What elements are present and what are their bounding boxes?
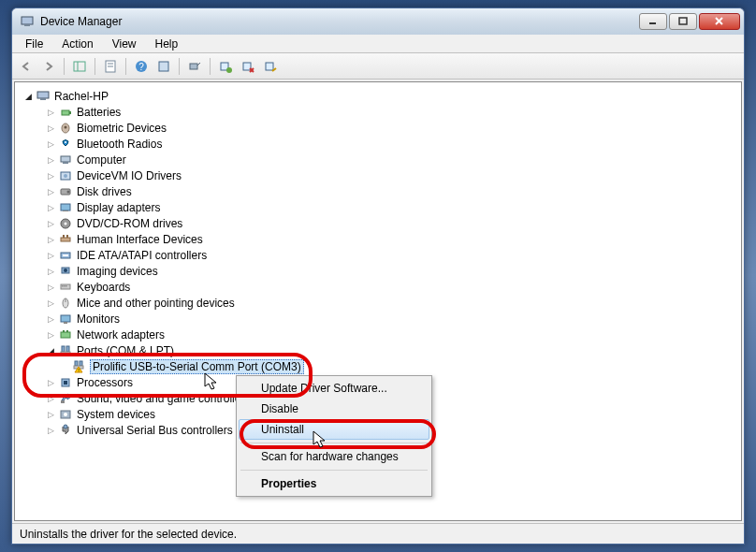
minimize-button[interactable]	[639, 13, 667, 30]
uninstall-button[interactable]	[238, 56, 258, 77]
expander-icon[interactable]: ▷	[45, 186, 56, 197]
scan-button[interactable]	[184, 56, 205, 77]
category-item[interactable]: ▷Computer	[19, 152, 737, 167]
category-item[interactable]: ▷Monitors	[19, 311, 737, 327]
update-driver-button[interactable]	[215, 56, 236, 77]
expander-icon[interactable]: ▷	[45, 409, 56, 420]
port-icon	[58, 343, 73, 358]
ctx-separator	[240, 470, 428, 471]
svg-rect-28	[61, 156, 70, 162]
svg-rect-0	[22, 17, 33, 24]
root-node[interactable]: ◢ Rachel-HP	[19, 88, 737, 104]
category-label: Bluetooth Radios	[77, 138, 162, 151]
expander-icon[interactable]: ▷	[45, 107, 56, 118]
category-ports[interactable]: ◢ Ports (COM & LPT)	[19, 342, 737, 358]
action-button[interactable]	[153, 56, 174, 77]
svg-rect-40	[66, 235, 68, 238]
computer-icon	[36, 89, 51, 104]
category-item[interactable]: ▷Human Interface Devices	[19, 231, 737, 247]
device-category-icon	[58, 423, 73, 438]
ctx-uninstall[interactable]: Uninstall	[239, 419, 429, 440]
expander-icon[interactable]: ▷	[45, 218, 56, 229]
device-category-icon	[58, 216, 73, 231]
menu-action[interactable]: Action	[52, 36, 102, 52]
category-label: Monitors	[77, 312, 120, 326]
port-warning-icon: !	[71, 359, 86, 374]
category-label: Mice and other pointing devices	[77, 297, 235, 310]
svg-rect-20	[266, 63, 273, 70]
svg-rect-60	[80, 361, 82, 366]
svg-rect-24	[69, 111, 71, 114]
ctx-disable[interactable]: Disable	[239, 399, 429, 419]
category-item[interactable]: ▷Disk drives	[19, 183, 737, 199]
show-hide-tree-button[interactable]	[69, 56, 90, 77]
expander-icon[interactable]: ▷	[45, 202, 56, 213]
ctx-update-driver[interactable]: Update Driver Software...	[239, 378, 429, 399]
svg-rect-53	[61, 332, 70, 338]
category-item[interactable]: ▷DVD/CD-ROM drives	[19, 215, 737, 231]
expander-icon[interactable]: ▷	[45, 298, 56, 309]
expander-open-icon[interactable]: ◢	[45, 345, 56, 356]
expander-icon[interactable]: ▷	[45, 154, 56, 166]
category-item[interactable]: ▷Bluetooth Radios	[19, 136, 737, 152]
device-category-icon	[58, 312, 73, 327]
properties-button[interactable]	[100, 56, 121, 77]
expander-icon[interactable]: ▷	[45, 377, 56, 388]
category-item[interactable]: ▷Batteries	[19, 104, 737, 120]
forward-button[interactable]	[38, 56, 59, 77]
svg-rect-1	[24, 24, 30, 26]
svg-rect-47	[64, 285, 65, 287]
device-prolific-port[interactable]: ! Prolific USB-to-Serial Comm Port (COM3…	[19, 358, 737, 374]
category-item[interactable]: ▷Imaging devices	[19, 263, 737, 279]
expander-icon[interactable]: ▷	[45, 234, 56, 245]
expander-open-icon[interactable]: ◢	[22, 91, 34, 102]
window-title: Device Manager	[40, 15, 637, 28]
expander-icon[interactable]: ▷	[45, 313, 56, 325]
expander-icon[interactable]: ▷	[45, 138, 56, 150]
svg-rect-34	[61, 204, 70, 211]
expander-icon[interactable]: ▷	[45, 393, 56, 404]
device-category-icon	[58, 105, 73, 120]
expander-icon[interactable]: ▷	[45, 329, 56, 341]
close-button[interactable]	[699, 13, 740, 30]
device-category-icon	[58, 168, 73, 183]
svg-point-31	[64, 174, 67, 178]
ctx-separator	[240, 443, 428, 443]
titlebar[interactable]: Device Manager	[12, 8, 744, 35]
svg-rect-51	[61, 315, 70, 322]
device-category-icon	[58, 264, 73, 279]
expander-icon[interactable]: ▷	[45, 123, 56, 134]
help-button[interactable]: ?	[131, 56, 152, 77]
expander-icon[interactable]: ▷	[45, 250, 56, 261]
back-button[interactable]	[16, 56, 36, 77]
category-ports-label: Ports (COM & LPT)	[77, 344, 174, 357]
category-item[interactable]: ▷IDE ATA/ATAPI controllers	[19, 247, 737, 263]
menu-file[interactable]: File	[16, 36, 52, 52]
maximize-button[interactable]	[669, 13, 697, 30]
category-label: Keyboards	[77, 281, 130, 294]
category-item[interactable]: ▷Mice and other pointing devices	[19, 295, 737, 311]
category-label: Computer	[77, 153, 126, 167]
category-item[interactable]: ▷Biometric Devices	[19, 120, 737, 136]
ctx-scan[interactable]: Scan for hardware changes	[239, 446, 429, 467]
category-item[interactable]: ▷Keyboards	[19, 279, 737, 295]
category-label: Disk drives	[77, 185, 132, 198]
category-item[interactable]: ▷Network adapters	[19, 327, 737, 342]
device-category-icon	[58, 200, 73, 215]
expander-icon[interactable]: ▷	[45, 170, 56, 182]
svg-point-33	[67, 190, 70, 193]
expander-icon[interactable]: ▷	[45, 425, 56, 436]
ctx-properties[interactable]: Properties	[239, 473, 429, 494]
expander-icon[interactable]: ▷	[45, 282, 56, 293]
disable-button[interactable]	[260, 56, 281, 77]
device-category-icon	[58, 121, 73, 136]
category-label: DeviceVM IO Drivers	[77, 169, 182, 182]
expander-icon[interactable]: ▷	[45, 266, 56, 277]
category-label: Imaging devices	[77, 265, 158, 278]
device-category-icon	[58, 327, 73, 342]
menu-help[interactable]: Help	[146, 36, 188, 52]
category-label: Network adapters	[77, 328, 165, 341]
category-item[interactable]: ▷DeviceVM IO Drivers	[19, 167, 737, 183]
menu-view[interactable]: View	[103, 36, 146, 52]
category-item[interactable]: ▷Display adapters	[19, 199, 737, 215]
